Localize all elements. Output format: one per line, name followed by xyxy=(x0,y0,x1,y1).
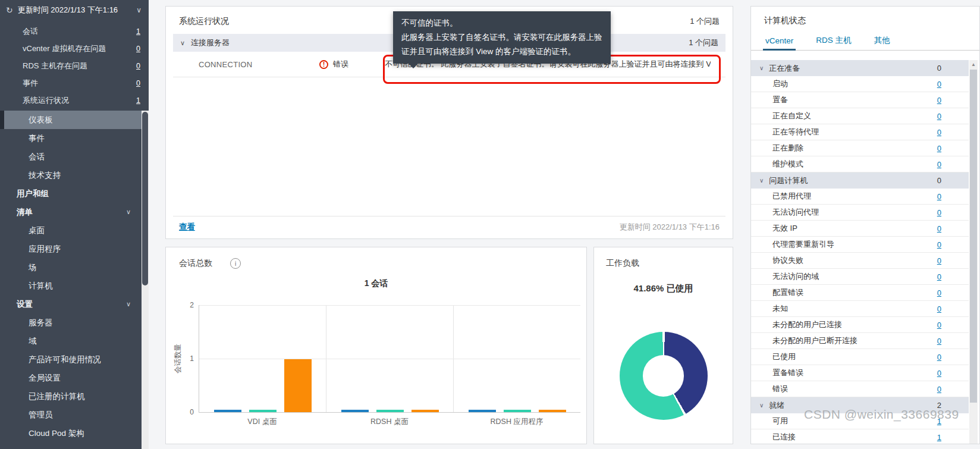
status-row[interactable]: 已禁用代理0 xyxy=(751,189,969,205)
chevron-down-icon[interactable]: ∨ xyxy=(126,208,131,216)
sidebar-item-users-and-groups[interactable]: 用户和组 xyxy=(0,184,142,203)
alert-count-link[interactable]: 1 xyxy=(136,27,140,36)
status-count-link[interactable]: 0 xyxy=(937,160,941,169)
sidebar-item-registered-machines[interactable]: 已注册的计算机 xyxy=(0,387,142,406)
status-group-row[interactable]: ∨问题计算机0 xyxy=(751,172,969,189)
bar-blue[interactable] xyxy=(341,410,369,412)
status-count-link[interactable]: 0 xyxy=(937,128,941,137)
sidebar-scrollbar[interactable] xyxy=(142,111,149,449)
alert-count-link[interactable]: 0 xyxy=(136,62,140,70)
status-row[interactable]: 无效 IP0 xyxy=(751,221,969,237)
status-row[interactable]: 正在删除0 xyxy=(751,140,969,156)
sidebar-item-desktops[interactable]: 桌面 xyxy=(0,221,142,240)
status-row[interactable]: 启动0 xyxy=(751,76,969,92)
status-row[interactable]: 未知0 xyxy=(751,301,969,317)
bar-teal[interactable] xyxy=(249,410,277,412)
status-count-link[interactable]: 0 xyxy=(937,353,941,362)
status-count-link[interactable]: 0 xyxy=(937,337,941,346)
scrollbar-up-arrow-icon[interactable]: ▲ xyxy=(969,60,978,69)
sidebar-item-sessions[interactable]: 会话 xyxy=(0,147,142,166)
status-count-link[interactable]: 0 xyxy=(937,256,941,265)
status-row[interactable]: 维护模式0 xyxy=(751,156,969,172)
sidebar-item-global-settings[interactable]: 全局设置 xyxy=(0,369,142,387)
status-count-link[interactable]: 0 xyxy=(937,80,941,89)
sidebar-item-farms[interactable]: 场 xyxy=(0,258,142,277)
status-count-link[interactable]: 0 xyxy=(937,192,941,201)
chevron-down-icon[interactable]: ∨ xyxy=(759,65,764,71)
sidebar-item-servers[interactable]: 服务器 xyxy=(0,313,142,332)
status-count-link[interactable]: 0 xyxy=(937,96,941,105)
chevron-down-icon[interactable]: ∨ xyxy=(759,402,764,409)
alert-count-link[interactable]: 0 xyxy=(136,45,140,53)
status-row[interactable]: 无法访问的域0 xyxy=(751,269,969,285)
refresh-icon[interactable]: ↻ xyxy=(6,5,13,15)
status-count-link[interactable]: 1 xyxy=(937,417,941,426)
machine-list-scrollbar[interactable]: ▲ xyxy=(969,60,978,444)
status-row[interactable]: 无法访问代理0 xyxy=(751,205,969,221)
sidebar-item-licensing-usage[interactable]: 产品许可和使用情况 xyxy=(0,350,142,369)
status-row[interactable]: 错误0 xyxy=(751,381,969,397)
bar-orange[interactable] xyxy=(284,359,312,412)
status-row[interactable]: 未分配的用户已连接0 xyxy=(751,317,969,333)
sidebar-item-events[interactable]: 事件 xyxy=(0,129,142,147)
status-count-link[interactable]: 0 xyxy=(937,224,941,233)
status-count-link[interactable]: 0 xyxy=(937,272,941,281)
status-row[interactable]: 正在自定义0 xyxy=(751,108,969,124)
bar-teal[interactable] xyxy=(504,410,531,412)
tab-others[interactable]: 其他 xyxy=(874,31,890,50)
alert-count-link[interactable]: 1 xyxy=(136,96,140,105)
sidebar-item-help-desk[interactable]: 技术支持 xyxy=(0,166,142,184)
status-row[interactable]: 置备0 xyxy=(751,92,969,108)
status-row[interactable]: 协议失败0 xyxy=(751,253,969,269)
chevron-down-icon[interactable]: ∨ xyxy=(759,177,764,184)
bar-teal[interactable] xyxy=(376,410,404,412)
tab-rds-host[interactable]: RDS 主机 xyxy=(816,31,851,50)
bar-orange[interactable] xyxy=(539,410,566,412)
status-row[interactable]: 已连接1 xyxy=(751,429,969,444)
sidebar-item-domains[interactable]: 域 xyxy=(0,332,142,350)
sidebar-scrollbar-thumb[interactable] xyxy=(142,112,148,285)
status-count-link[interactable]: 0 xyxy=(937,288,941,297)
bar-blue[interactable] xyxy=(469,410,496,412)
tab-vcenter[interactable]: vCenter xyxy=(765,31,793,50)
sidebar-item-administrators[interactable]: 管理员 xyxy=(0,406,142,424)
sidebar-item-settings[interactable]: 设置∨ xyxy=(0,295,142,313)
chevron-down-icon[interactable]: ∨ xyxy=(180,39,185,47)
sidebar-item-inventory[interactable]: 清单∨ xyxy=(0,203,142,221)
status-row[interactable]: 未分配的用户已断开连接0 xyxy=(751,333,969,349)
status-count-link[interactable]: 0 xyxy=(937,112,941,121)
status-count-link[interactable]: 0 xyxy=(937,385,941,394)
status-row[interactable]: 置备错误0 xyxy=(751,365,969,381)
status-count-link[interactable]: 0 xyxy=(937,240,941,249)
status-group-row[interactable]: ∨正在准备0 xyxy=(751,60,969,76)
sidebar-item-cloud-pod[interactable]: Cloud Pod 架构 xyxy=(0,424,142,442)
sidebar-alert-sessions[interactable]: 会话1 xyxy=(0,23,149,40)
bar-orange[interactable] xyxy=(412,410,439,412)
status-count-link[interactable]: 0 xyxy=(937,304,941,313)
status-row[interactable]: 配置错误0 xyxy=(751,285,969,301)
status-count-link[interactable]: 0 xyxy=(937,321,941,329)
sidebar-item-applications[interactable]: 应用程序 xyxy=(0,240,142,258)
status-group-row[interactable]: ∨就绪2 xyxy=(751,397,969,413)
machine-list-scrollbar-thumb[interactable] xyxy=(970,70,977,403)
status-row[interactable]: 正在等待代理0 xyxy=(751,124,969,140)
sidebar-alert-system-health[interactable]: 系统运行状况1 xyxy=(0,92,149,109)
alert-count-link[interactable]: 0 xyxy=(136,79,140,87)
status-count-link[interactable]: 1 xyxy=(937,433,941,442)
sidebar-item-machines[interactable]: 计算机 xyxy=(0,277,142,295)
status-row[interactable]: 代理需要重新引导0 xyxy=(751,237,969,253)
chevron-down-icon[interactable]: ∨ xyxy=(126,300,131,308)
chevron-down-icon[interactable]: ∨ xyxy=(136,6,142,14)
sidebar-alert-vcenter-vm-issues[interactable]: vCenter 虚拟机存在问题0 xyxy=(0,40,149,57)
sidebar-alert-rds-host-issues[interactable]: RDS 主机存在问题0 xyxy=(0,57,149,74)
sidebar-item-dashboard[interactable]: 仪表板 xyxy=(0,111,142,129)
status-row[interactable]: 已使用0 xyxy=(751,349,969,365)
status-count-link[interactable]: 0 xyxy=(937,208,941,217)
bar-blue[interactable] xyxy=(214,410,241,412)
status-row[interactable]: 可用1 xyxy=(751,413,969,429)
view-link[interactable]: 查看 xyxy=(179,222,195,233)
status-count-link[interactable]: 0 xyxy=(937,369,941,378)
info-icon[interactable]: i xyxy=(230,258,241,269)
status-count-link[interactable]: 0 xyxy=(937,144,941,153)
sidebar-refresh-header[interactable]: ↻ 更新时间 2022/1/13 下午1:16 ∨ xyxy=(0,0,149,20)
